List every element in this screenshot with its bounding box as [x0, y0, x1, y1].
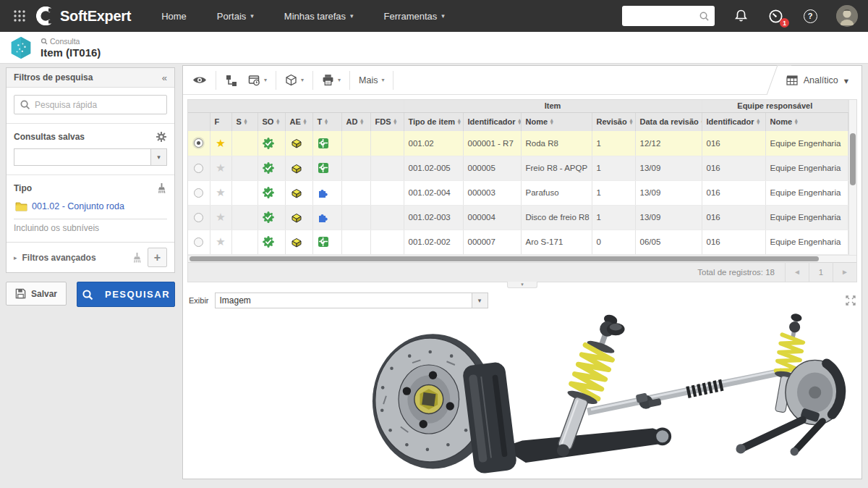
brand-gear-icon	[36, 7, 55, 25]
results-table: Item Equipe responsável F S▴▾ SO▴▾ AE▴▾ …	[187, 99, 857, 282]
cell-team-nome: Equipe Engenharia	[765, 180, 848, 205]
add-filter-button[interactable]: +	[148, 248, 167, 267]
page-number[interactable]: 1	[809, 262, 833, 282]
green-puzzle-icon	[318, 236, 329, 248]
notifications-bell-icon[interactable]	[732, 7, 749, 25]
cad-part-icon	[290, 188, 302, 198]
cell-t	[312, 230, 341, 254]
col-header-ad[interactable]: AD▴▾	[341, 112, 370, 131]
favorite-star-icon[interactable]: ★	[216, 235, 225, 248]
row-radio-button[interactable]	[194, 188, 203, 198]
brand-name: SoftExpert	[60, 8, 131, 25]
nav-ferramentas[interactable]: Ferramentas▾	[371, 0, 458, 32]
vertical-scrollbar[interactable]	[848, 100, 856, 255]
col-header-data-revisao[interactable]: Data da revisão▴▾	[635, 112, 702, 131]
print-button[interactable]: ▾	[317, 70, 346, 91]
clear-filter-broom-icon[interactable]	[132, 252, 142, 264]
cube-icon	[285, 74, 297, 86]
pending-tasks-gauge-icon[interactable]: 1	[767, 7, 784, 25]
nav-minhas-tarefas[interactable]: Minhas tarefas▾	[271, 0, 367, 32]
table-row[interactable]: ★ 001.02-005 000005 Freio R8 - AP	[188, 156, 848, 180]
cell-so	[258, 131, 285, 156]
table-row[interactable]: ★ 001.02 000001 - R7 Roda R8	[188, 131, 848, 156]
row-radio-button[interactable]	[194, 213, 203, 222]
preview-button[interactable]	[187, 70, 212, 91]
col-header-fds[interactable]: FDS▴▾	[370, 112, 404, 131]
col-header-s[interactable]: S▴▾	[231, 112, 258, 131]
search-submit-button[interactable]: PESQUISAR	[77, 282, 175, 307]
advanced-filters-row[interactable]: ▸ Filtros avançados +	[7, 242, 174, 272]
global-search-input[interactable]	[627, 11, 699, 21]
horizontal-scrollbar[interactable]	[188, 255, 856, 262]
sort-icon: ▴▾	[458, 119, 461, 125]
collapse-panel-icon[interactable]: «	[162, 72, 167, 83]
save-button[interactable]: Salvar	[6, 282, 67, 306]
view-select[interactable]: Imagem ▾	[215, 293, 488, 308]
structure-tree-button[interactable]	[220, 70, 243, 91]
cell-ad	[341, 131, 370, 156]
user-avatar[interactable]	[836, 5, 858, 27]
type-filter-value[interactable]: 001.02 - Conjunto roda	[15, 201, 167, 211]
row-radio-button[interactable]	[194, 237, 203, 247]
status-check-seal-icon	[263, 236, 274, 248]
col-header-t[interactable]: T▴▾	[312, 112, 341, 131]
more-button[interactable]: Mais ▾	[354, 70, 389, 91]
row-radio-button[interactable]	[194, 138, 203, 148]
splitter-handle[interactable]: ▾	[507, 282, 537, 288]
col-header-revisao[interactable]: Revisão▴▾	[592, 112, 635, 131]
gear-icon[interactable]	[156, 131, 167, 143]
cell-t	[312, 205, 341, 230]
nav-home[interactable]: Home	[148, 0, 200, 32]
clear-filter-broom-icon[interactable]	[156, 182, 167, 194]
col-header-ae[interactable]: AE▴▾	[285, 112, 312, 131]
app-grid-icon[interactable]	[10, 7, 29, 25]
prev-page-button[interactable]: ◄	[785, 262, 809, 282]
quick-search-input[interactable]	[35, 100, 161, 110]
cell-so	[258, 180, 285, 205]
cell-tipo: 001.02-004	[404, 180, 463, 205]
search-icon[interactable]	[699, 11, 710, 22]
history-window-button[interactable]: ▾	[243, 70, 272, 91]
cell-so	[258, 230, 285, 254]
cell-ad	[341, 230, 370, 254]
saved-queries-select[interactable]: ▾	[14, 148, 167, 166]
cell-data-revisao: 13/09	[635, 156, 702, 180]
next-page-button[interactable]: ►	[833, 262, 856, 282]
table-row[interactable]: ★ 001.02-003 000004 Disco de frei	[188, 205, 848, 230]
col-header-so[interactable]: SO▴▾	[258, 112, 285, 131]
col-header-tipo[interactable]: Tipo de item▴▾	[404, 112, 463, 131]
row-radio-button[interactable]	[194, 164, 203, 173]
favorite-star-icon[interactable]: ★	[216, 161, 225, 174]
favorite-star-icon[interactable]: ★	[216, 137, 225, 149]
help-icon[interactable]: ?	[801, 7, 819, 25]
col-header-team-nome[interactable]: Nome▴▾	[765, 112, 848, 131]
sort-icon: ▴▾	[304, 119, 307, 125]
col-header-identificador[interactable]: Identificador▴▾	[463, 112, 521, 131]
cell-s	[231, 205, 258, 230]
cell-identificador: 000007	[463, 230, 521, 254]
cell-data-revisao: 13/09	[635, 205, 702, 230]
nav-portais[interactable]: Portais▾	[204, 0, 267, 32]
3d-view-button[interactable]: ▾	[280, 70, 309, 91]
table-row[interactable]: ★ 001.02-004 000003 Parafuso	[188, 180, 848, 205]
cell-fds	[370, 230, 404, 254]
chevron-down-icon: ▾	[472, 293, 488, 308]
cell-revisao: 1	[592, 131, 635, 156]
sort-icon: ▴▾	[519, 119, 521, 125]
cell-fds	[370, 180, 404, 205]
table-row[interactable]: ★ 001.02-002 000007 Aro S-171	[188, 230, 848, 254]
favorite-star-icon[interactable]: ★	[216, 211, 225, 223]
cell-fds	[370, 205, 404, 230]
col-header-f[interactable]: F	[210, 112, 231, 131]
cell-nome: Roda R8	[521, 131, 592, 156]
favorite-star-icon[interactable]: ★	[216, 186, 225, 198]
cell-identificador: 000004	[463, 205, 521, 230]
expand-fullscreen-icon[interactable]	[846, 295, 856, 306]
advanced-filters-label: Filtros avançados	[22, 253, 127, 263]
softexpert-logo[interactable]: SoftExpert	[36, 7, 131, 25]
col-header-team-identificador[interactable]: Identificador▴▾	[702, 112, 765, 131]
col-header-nome[interactable]: Nome▴▾	[521, 112, 592, 131]
cell-s	[231, 156, 258, 180]
view-mode-tab[interactable]: Analítico ▾	[776, 66, 861, 95]
cell-identificador: 000005	[463, 156, 521, 180]
